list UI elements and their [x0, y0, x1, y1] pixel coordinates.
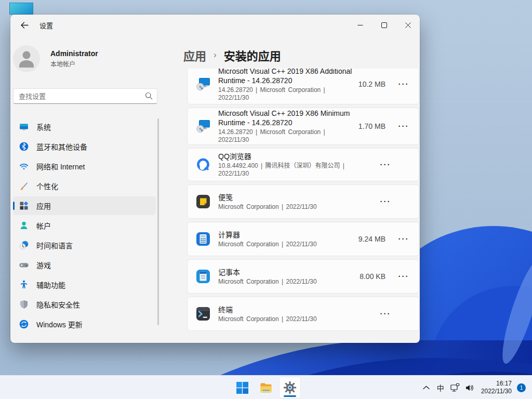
app-name: Microsoft Visual C++ 2019 X86 Minimum Ru… [218, 109, 358, 127]
profile-name: Administrator [50, 49, 98, 58]
sticky-notes-icon [195, 194, 211, 209]
sidebar-nav: 系统 蓝牙和其他设备 网络和 Internet 个性化 应用 帐户 时间和语言 … [10, 116, 171, 335]
app-row-terminal[interactable]: 终端 Microsoft Corporation | 2022/11/30 ··… [187, 297, 419, 331]
sidebar-item-windows-update[interactable]: Windows 更新 [13, 315, 156, 334]
apps-icon [19, 201, 29, 211]
app-meta-line1: Microsoft Corporation | 2022/11/30 [218, 203, 377, 211]
calculator-icon [195, 231, 211, 247]
profile-account-type: 本地帐户 [50, 59, 98, 68]
window-controls [348, 15, 420, 35]
app-more-button[interactable]: ··· [377, 195, 394, 208]
close-icon [405, 22, 411, 28]
bluetooth-icon [19, 141, 29, 152]
page-title: 安装的应用 [224, 47, 281, 63]
app-more-button[interactable]: ··· [395, 119, 413, 133]
sidebar-scrollbar[interactable] [157, 118, 159, 325]
gaming-icon [19, 260, 29, 270]
file-explorer-button[interactable] [256, 377, 276, 398]
app-meta-line1: Microsoft Corporation | 2022/11/30 [218, 278, 360, 286]
app-name: QQ浏览器 [218, 152, 377, 161]
vc-runtime-icon [195, 118, 211, 134]
clock-time: 16:17 [481, 380, 512, 388]
app-meta-line2: 2022/11/30 [218, 94, 358, 102]
app-meta-line2: 2022/11/30 [218, 170, 377, 178]
network-icon [19, 161, 29, 171]
back-arrow-icon [21, 22, 29, 29]
sidebar: Administrator 本地帐户 系统 蓝牙和其他设备 网络和 Intern… [10, 35, 171, 343]
app-name: 便笺 [218, 193, 377, 202]
chevron-up-icon [423, 385, 430, 390]
app-row-vc-additional[interactable]: Microsoft Visual C++ 2019 X86 Additional… [187, 69, 419, 104]
notepad-icon [195, 269, 211, 284]
clock[interactable]: 16:17 2022/11/30 [481, 380, 512, 395]
search-input[interactable] [13, 88, 157, 104]
person-icon [13, 45, 40, 72]
settings-gear-icon [283, 381, 297, 394]
app-more-button[interactable]: ··· [377, 158, 394, 171]
tray-overflow-button[interactable] [420, 377, 433, 398]
app-name: 计算器 [218, 230, 358, 240]
app-row-notepad[interactable]: 记事本 Microsoft Corporation | 2022/11/30 8… [187, 259, 419, 294]
clock-date: 2022/11/30 [481, 388, 512, 395]
app-more-button[interactable]: ··· [395, 232, 413, 246]
accessibility-icon [19, 280, 29, 290]
sidebar-item-network-internet[interactable]: 网络和 Internet [13, 157, 156, 176]
app-name: 终端 [218, 305, 377, 314]
windows-start-icon [236, 382, 248, 394]
network-tray-button[interactable] [448, 377, 462, 398]
app-size: 1.70 MB [358, 122, 385, 130]
ime-indicator[interactable]: 中 [433, 377, 448, 398]
terminal-icon [195, 306, 211, 322]
sidebar-item-personalization[interactable]: 个性化 [13, 177, 156, 195]
breadcrumb-separator-icon: › [214, 50, 217, 60]
minimize-icon [357, 22, 363, 28]
file-explorer-icon [259, 381, 273, 394]
minimize-button[interactable] [348, 15, 372, 35]
titlebar: 设置 [10, 15, 420, 35]
app-row-qq-browser[interactable]: QQ浏览器 10.8.4492.400 | 腾讯科技（深圳）有限公司 | 202… [187, 148, 419, 181]
app-more-button[interactable]: ··· [377, 307, 394, 321]
search-icon [145, 92, 153, 100]
notification-badge[interactable]: 1 [517, 383, 526, 392]
app-row-vc-minimum[interactable]: Microsoft Visual C++ 2019 X86 Minimum Ru… [187, 108, 419, 145]
breadcrumb: 应用 › 安装的应用 [183, 47, 281, 63]
app-size: 10.2 MB [358, 80, 385, 88]
app-meta-line2: 2022/11/30 [218, 136, 358, 144]
privacy-icon [19, 299, 29, 310]
sidebar-item-accounts[interactable]: 帐户 [13, 216, 156, 235]
personalization-icon [19, 181, 29, 191]
taskbar: 中 16:17 2022/11/30 1 [0, 375, 532, 399]
vc-runtime-icon [195, 76, 211, 92]
sidebar-item-system[interactable]: 系统 [13, 117, 156, 136]
app-size: 8.00 KB [360, 272, 385, 281]
app-more-button[interactable]: ··· [395, 77, 413, 91]
desktop-icon-partial[interactable] [9, 3, 33, 15]
app-meta-line1: Microsoft Corporation | 2022/11/30 [218, 241, 358, 248]
system-tray: 中 16:17 2022/11/30 1 [420, 376, 526, 399]
sidebar-item-gaming[interactable]: 游戏 [13, 256, 156, 274]
taskbar-center [232, 377, 300, 398]
app-name: Microsoft Visual C++ 2019 X86 Additional… [218, 69, 358, 85]
app-row-sticky-notes[interactable]: 便笺 Microsoft Corporation | 2022/11/30 ··… [187, 184, 419, 219]
settings-taskbar-button[interactable] [280, 377, 300, 398]
search-row [13, 88, 157, 104]
settings-window: 设置 [10, 15, 420, 343]
main-content: 应用 › 安装的应用 Microsoft Visual C++ 2019 X86… [171, 35, 420, 343]
breadcrumb-root[interactable]: 应用 [183, 47, 206, 63]
sidebar-item-apps[interactable]: 应用 [13, 196, 156, 215]
sidebar-item-privacy-security[interactable]: 隐私和安全性 [13, 295, 156, 314]
app-meta-line1: 10.8.4492.400 | 腾讯科技（深圳）有限公司 | [218, 162, 377, 170]
maximize-button[interactable] [372, 15, 396, 35]
app-more-button[interactable]: ··· [395, 270, 413, 283]
close-button[interactable] [396, 15, 420, 35]
sidebar-item-time-language[interactable]: 时间和语言 [13, 236, 156, 255]
app-row-calculator[interactable]: 计算器 Microsoft Corporation | 2022/11/30 9… [187, 222, 419, 256]
back-button[interactable] [16, 17, 33, 33]
sidebar-item-bluetooth-devices[interactable]: 蓝牙和其他设备 [13, 137, 156, 156]
profile[interactable]: Administrator 本地帐户 [13, 45, 98, 72]
sidebar-item-accessibility[interactable]: 辅助功能 [13, 275, 156, 294]
volume-tray-button[interactable] [462, 377, 477, 398]
start-button[interactable] [232, 377, 252, 398]
app-meta-line1: 14.26.28720 | Microsoft Corporation | [218, 128, 358, 136]
desktop: 设置 [0, 0, 532, 399]
